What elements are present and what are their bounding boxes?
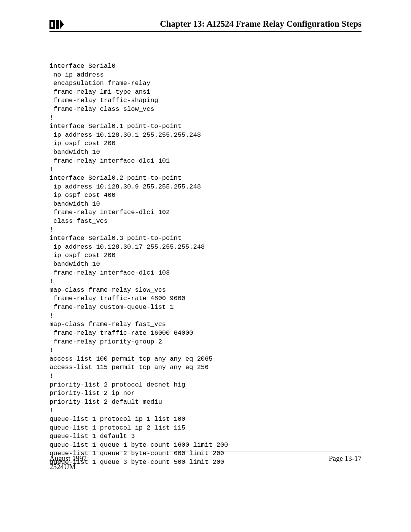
footer-docnum: 2524UM bbox=[49, 463, 87, 471]
page-header: Chapter 13: AI2524 Frame Relay Configura… bbox=[49, 19, 362, 32]
section-divider-top bbox=[49, 55, 362, 55]
brand-logo-icon bbox=[49, 20, 64, 29]
chapter-title: Chapter 13: AI2524 Frame Relay Configura… bbox=[160, 19, 362, 29]
section-divider-bottom bbox=[49, 477, 362, 477]
configuration-code: interface Serial0 no ip address encapsul… bbox=[49, 62, 362, 467]
svg-rect-2 bbox=[56, 20, 59, 29]
page-footer: August 1997 2524UM Page 13-17 bbox=[49, 452, 362, 471]
footer-date: August 1997 bbox=[49, 454, 87, 463]
footer-page-number: Page 13-17 bbox=[329, 454, 362, 463]
svg-rect-1 bbox=[51, 22, 53, 27]
